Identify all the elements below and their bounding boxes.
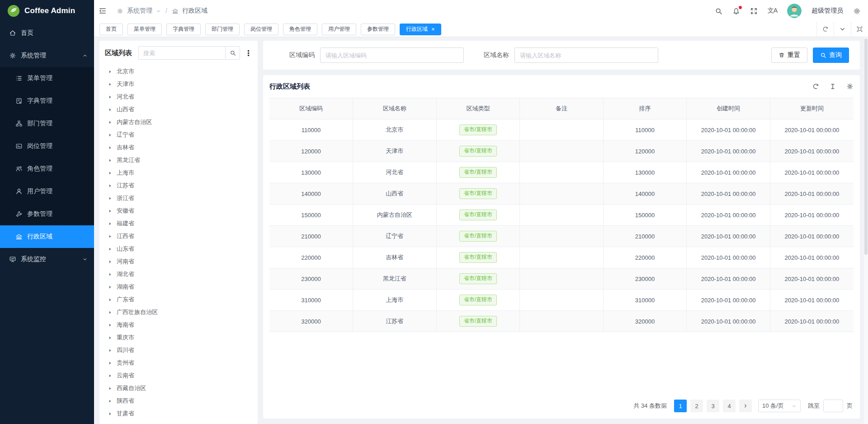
tree-item[interactable]: 天津市 — [105, 78, 252, 91]
table-row[interactable]: 120000天津市省市/直辖市1200002020-10-01 00:00:00… — [269, 141, 854, 162]
reset-button[interactable]: 重置 — [771, 48, 807, 63]
kebab-menu-icon[interactable]: ⋮ — [245, 49, 252, 57]
tab-7[interactable]: 参数管理 — [361, 24, 395, 35]
page-button-1[interactable]: 1 — [674, 400, 687, 412]
tree-item[interactable]: 甘肃省 — [105, 407, 252, 419]
fullscreen-icon[interactable] — [750, 7, 758, 15]
tree-item[interactable]: 贵州省 — [105, 357, 252, 369]
tree-item[interactable]: 江苏省 — [105, 179, 252, 192]
sidebar-item-dept[interactable]: 部门管理 — [0, 112, 94, 135]
table-row[interactable]: 310000上海市省市/直辖市3100002020-10-01 00:00:00… — [269, 290, 854, 311]
tree-item-label: 海南省 — [117, 321, 134, 329]
page-size-select[interactable]: 10 条/页 — [758, 400, 801, 412]
table-row[interactable]: 150000内蒙古自治区省市/直辖市1500002020-10-01 00:00… — [269, 205, 854, 226]
tab-label: 菜单管理 — [134, 25, 156, 33]
page-button-2[interactable]: 2 — [690, 400, 703, 412]
refresh-tab-button[interactable] — [816, 22, 834, 37]
tree-item[interactable]: 云南省 — [105, 369, 252, 382]
tab-3[interactable]: 部门管理 — [205, 24, 240, 35]
tree-item-label: 天津市 — [117, 80, 134, 88]
app-logo[interactable]: Coffee Admin — [0, 0, 94, 22]
tree-item[interactable]: 湖北省 — [105, 268, 252, 281]
jump-page-input[interactable] — [823, 400, 843, 412]
tree-item[interactable]: 湖南省 — [105, 281, 252, 293]
tree-item[interactable]: 海南省 — [105, 319, 252, 331]
tree-item[interactable]: 浙江省 — [105, 192, 252, 205]
sidebar-item-role[interactable]: 角色管理 — [0, 157, 94, 180]
sidebar-item-home[interactable]: 首页 — [0, 22, 94, 44]
column-header: 区域名称 — [353, 98, 437, 119]
tree-item[interactable]: 内蒙古自治区 — [105, 116, 252, 129]
tree-item[interactable]: 广西壮族自治区 — [105, 306, 252, 319]
sidebar-item-bank[interactable]: 行政区域 — [0, 225, 94, 248]
settings-gear-icon[interactable] — [853, 7, 861, 15]
table-row[interactable]: 210000辽宁省省市/直辖市2100002020-10-01 00:00:00… — [269, 226, 854, 247]
tab-0[interactable]: 首页 — [99, 24, 123, 35]
tree-item[interactable]: 北京市 — [105, 65, 252, 78]
vertical-scrollbar[interactable] — [864, 38, 868, 424]
tab-8[interactable]: 行政区域× — [400, 24, 441, 35]
notification-bell[interactable] — [732, 7, 740, 15]
tree-item[interactable]: 吉林省 — [105, 141, 252, 154]
content-fullscreen-button[interactable] — [851, 22, 868, 37]
region-search-button[interactable] — [225, 46, 240, 60]
table-row[interactable]: 220000吉林省省市/直辖市2200002020-10-01 00:00:00… — [269, 247, 854, 268]
tree-item-label: 西藏自治区 — [117, 384, 146, 392]
region-search-input[interactable] — [138, 46, 225, 60]
sidebar-item-monitor[interactable]: 系统监控 — [0, 248, 94, 271]
tree-item[interactable]: 黑龙江省 — [105, 154, 252, 167]
sidebar-item-menu[interactable]: 菜单管理 — [0, 67, 94, 90]
tree-item[interactable]: 辽宁省 — [105, 129, 252, 141]
page-button-4[interactable]: 4 — [723, 400, 736, 412]
tab-options-button[interactable] — [834, 22, 851, 37]
tab-4[interactable]: 岗位管理 — [244, 24, 278, 35]
row-height-icon[interactable] — [829, 83, 836, 90]
sidebar-item-post[interactable]: 岗位管理 — [0, 135, 94, 157]
tree-item[interactable]: 上海市 — [105, 167, 252, 179]
tree-item[interactable]: 西藏自治区 — [105, 382, 252, 395]
close-icon[interactable]: × — [431, 26, 435, 32]
caret-right-icon — [108, 323, 113, 328]
translate-icon[interactable]: 文A — [768, 7, 777, 15]
tree-item[interactable]: 福建省 — [105, 217, 252, 230]
breadcrumb-section[interactable]: 系统管理 — [127, 7, 152, 15]
sidebar-item-user[interactable]: 用户管理 — [0, 180, 94, 203]
sidebar-item-wrench[interactable]: 参数管理 — [0, 203, 94, 225]
menu-fold-icon[interactable] — [99, 7, 107, 15]
user-name[interactable]: 超级管理员 — [811, 7, 843, 15]
page-button-3[interactable]: 3 — [707, 400, 719, 412]
tree-item[interactable]: 广东省 — [105, 293, 252, 306]
tree-item[interactable]: 重庆市 — [105, 331, 252, 344]
table-row[interactable]: 230000黑龙江省省市/直辖市2300002020-10-01 00:00:0… — [269, 268, 854, 290]
search-icon[interactable] — [715, 7, 722, 15]
table-row[interactable]: 140000山西省省市/直辖市1400002020-10-01 00:00:00… — [269, 183, 854, 205]
name-input[interactable] — [514, 48, 658, 63]
leaf-logo-icon — [7, 5, 20, 17]
tree-item[interactable]: 山东省 — [105, 243, 252, 255]
column-settings-gear-icon[interactable] — [846, 83, 854, 90]
tab-1[interactable]: 菜单管理 — [127, 24, 162, 35]
code-input[interactable] — [320, 48, 464, 63]
avatar[interactable] — [787, 4, 802, 18]
sidebar-item-dict[interactable]: 字典管理 — [0, 90, 94, 112]
next-page-button[interactable] — [739, 400, 752, 412]
table-row[interactable]: 320000江苏省省市/直辖市3200002020-10-01 00:00:00… — [269, 311, 854, 332]
tree-item[interactable]: 山西省 — [105, 103, 252, 116]
tree-item[interactable]: 陕西省 — [105, 395, 252, 407]
caret-right-icon — [108, 82, 113, 87]
sidebar-item-gear[interactable]: 系统管理 — [0, 44, 94, 67]
refresh-icon[interactable] — [812, 83, 819, 90]
tree-item[interactable]: 江西省 — [105, 230, 252, 243]
search-button[interactable]: 查询 — [813, 48, 849, 63]
tab-5[interactable]: 角色管理 — [283, 24, 317, 35]
tree-item[interactable]: 四川省 — [105, 344, 252, 357]
scrollbar-thumb[interactable] — [864, 38, 868, 255]
tree-item[interactable]: 河南省 — [105, 255, 252, 268]
tree-item[interactable]: 河北省 — [105, 91, 252, 103]
tab-6[interactable]: 用户管理 — [322, 24, 356, 35]
table-row[interactable]: 110000北京市省市/直辖市1100002020-10-01 00:00:00… — [269, 119, 854, 141]
table-row[interactable]: 130000河北省省市/直辖市1300002020-10-01 00:00:00… — [269, 162, 854, 183]
tree-item-label: 福建省 — [117, 219, 134, 228]
tree-item[interactable]: 安徽省 — [105, 205, 252, 217]
tab-2[interactable]: 字典管理 — [166, 24, 201, 35]
